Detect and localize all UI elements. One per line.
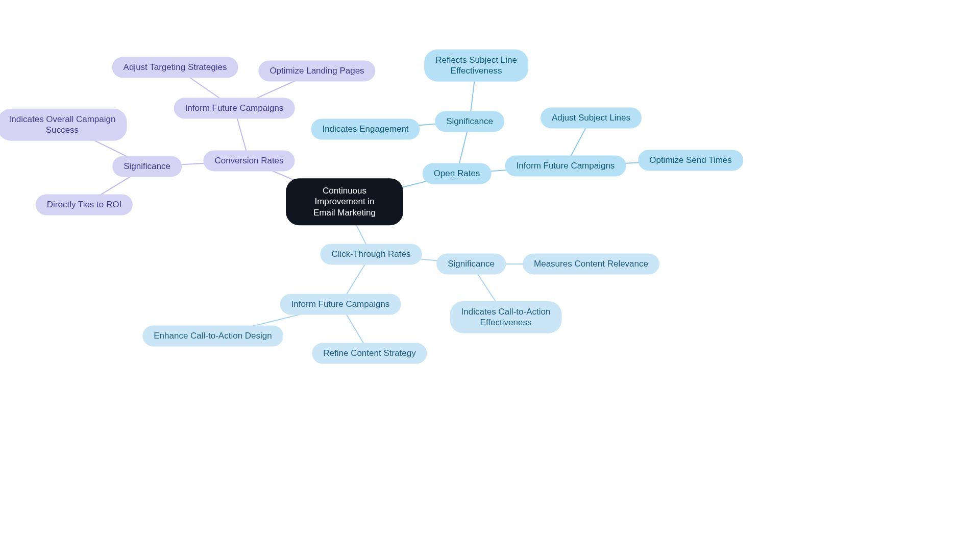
node-open-sig-engagement[interactable]: Indicates Engagement bbox=[311, 118, 420, 139]
node-conversion-rates[interactable]: Conversion Rates bbox=[203, 150, 295, 171]
node-ctr-refine-content[interactable]: Refine Content Strategy bbox=[312, 343, 427, 364]
node-conv-adjust-targeting[interactable]: Adjust Targeting Strategies bbox=[112, 57, 238, 78]
node-conv-campaign-success[interactable]: Indicates Overall Campaign Success bbox=[0, 109, 127, 141]
node-conv-inform[interactable]: Inform Future Campaigns bbox=[174, 98, 295, 118]
mindmap-canvas: Continuous Improvement in Email Marketin… bbox=[0, 0, 980, 553]
node-open-sig-subject[interactable]: Reflects Subject Line Effectiveness bbox=[424, 50, 528, 82]
node-conv-significance[interactable]: Significance bbox=[112, 156, 182, 177]
node-ctr-inform[interactable]: Inform Future Campaigns bbox=[280, 294, 401, 315]
node-open-adjust-subject[interactable]: Adjust Subject Lines bbox=[541, 107, 642, 128]
node-open-optimize-send[interactable]: Optimize Send Times bbox=[638, 150, 743, 171]
node-open-significance[interactable]: Significance bbox=[435, 111, 504, 132]
root-node[interactable]: Continuous Improvement in Email Marketin… bbox=[286, 178, 403, 225]
node-open-rates[interactable]: Open Rates bbox=[423, 163, 492, 184]
node-ctr-cta-effectiveness[interactable]: Indicates Call-to-Action Effectiveness bbox=[450, 301, 562, 333]
edge-layer bbox=[0, 0, 980, 553]
node-open-inform[interactable]: Inform Future Campaigns bbox=[505, 155, 626, 176]
node-conv-optimize-landing[interactable]: Optimize Landing Pages bbox=[258, 60, 375, 81]
node-ctr[interactable]: Click-Through Rates bbox=[321, 244, 422, 265]
node-ctr-enhance-cta[interactable]: Enhance Call-to-Action Design bbox=[142, 325, 283, 346]
node-ctr-content-relevance[interactable]: Measures Content Relevance bbox=[523, 253, 659, 274]
node-ctr-significance[interactable]: Significance bbox=[436, 253, 506, 274]
node-conv-roi[interactable]: Directly Ties to ROI bbox=[36, 194, 133, 215]
